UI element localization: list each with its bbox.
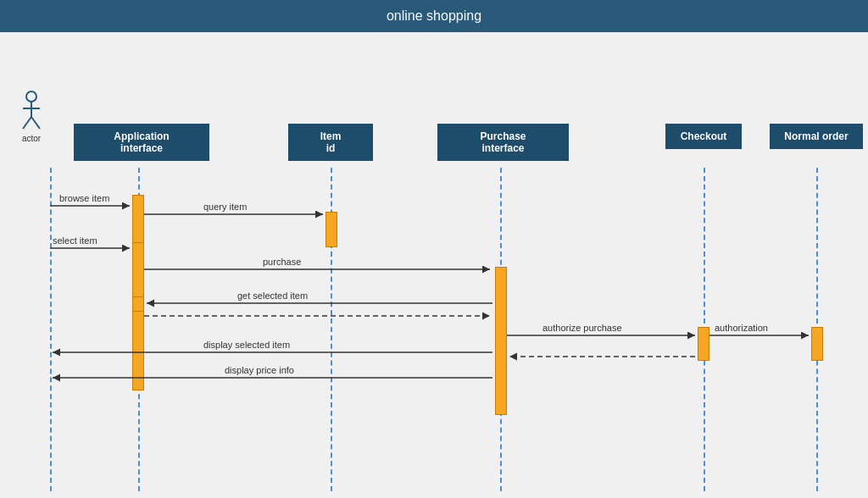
title-bar: online shopping [0, 0, 868, 32]
label-select-item: select item [53, 235, 97, 246]
arrows-svg: browse item query item select item purch… [0, 32, 868, 498]
label-display-selected-item: display selected item [203, 340, 290, 350]
label-authorize-purchase: authorize purchase [542, 323, 622, 333]
label-get-selected-item: get selected item [237, 290, 308, 301]
diagram-area: actor Applicationinterface Itemid Purcha… [0, 32, 868, 498]
label-purchase: purchase [263, 257, 301, 267]
label-authorization: authorization [715, 323, 768, 333]
label-browse-item: browse item [59, 193, 109, 203]
label-query-item: query item [203, 202, 247, 212]
label-display-price-info: display price info [225, 365, 294, 375]
